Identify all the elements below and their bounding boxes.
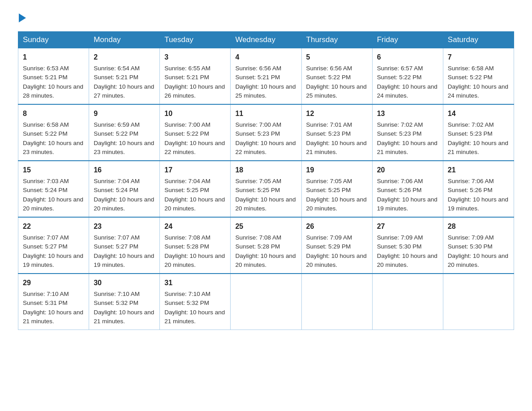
- weekday-header-saturday: Saturday: [443, 32, 514, 48]
- sunrise-text: Sunrise: 6:53 AM: [23, 65, 69, 72]
- sunset-text: Sunset: 5:27 PM: [23, 243, 68, 250]
- day-number: 21: [448, 165, 509, 176]
- daylight-text: Daylight: 10 hours and 20 minutes.: [306, 253, 367, 268]
- calendar-cell: 8Sunrise: 6:58 AMSunset: 5:22 PMDaylight…: [18, 104, 89, 161]
- calendar-cell: 3Sunrise: 6:55 AMSunset: 5:21 PMDaylight…: [160, 48, 231, 105]
- day-number: 27: [377, 221, 438, 232]
- daylight-text: Daylight: 10 hours and 20 minutes.: [235, 253, 296, 268]
- daylight-text: Daylight: 10 hours and 22 minutes.: [164, 140, 225, 155]
- calendar-cell: 22Sunrise: 7:07 AMSunset: 5:27 PMDayligh…: [18, 217, 89, 274]
- calendar-cell: 31Sunrise: 7:10 AMSunset: 5:32 PMDayligh…: [160, 274, 231, 330]
- sunset-text: Sunset: 5:26 PM: [377, 187, 422, 193]
- sunset-text: Sunset: 5:24 PM: [94, 187, 138, 193]
- sunset-text: Sunset: 5:23 PM: [306, 130, 351, 137]
- sunset-text: Sunset: 5:22 PM: [306, 74, 351, 81]
- calendar-cell: [231, 274, 301, 330]
- sunset-text: Sunset: 5:28 PM: [164, 243, 209, 250]
- daylight-text: Daylight: 10 hours and 22 minutes.: [235, 140, 296, 155]
- calendar-cell: 17Sunrise: 7:04 AMSunset: 5:25 PMDayligh…: [160, 161, 231, 217]
- day-number: 26: [306, 221, 368, 232]
- daylight-text: Daylight: 10 hours and 19 minutes.: [23, 253, 83, 268]
- sunrise-text: Sunrise: 7:05 AM: [235, 178, 281, 184]
- daylight-text: Daylight: 10 hours and 25 minutes.: [306, 83, 367, 99]
- calendar-cell: 13Sunrise: 7:02 AMSunset: 5:23 PMDayligh…: [372, 104, 443, 161]
- day-number: 29: [23, 278, 84, 288]
- weekday-header-tuesday: Tuesday: [160, 32, 231, 48]
- daylight-text: Daylight: 10 hours and 21 minutes.: [377, 140, 438, 155]
- weekday-header-sunday: Sunday: [18, 32, 89, 48]
- day-number: 6: [377, 52, 438, 63]
- daylight-text: Daylight: 10 hours and 23 minutes.: [23, 140, 83, 155]
- calendar-week-row: 29Sunrise: 7:10 AMSunset: 5:31 PMDayligh…: [18, 274, 514, 330]
- calendar-cell: 23Sunrise: 7:07 AMSunset: 5:27 PMDayligh…: [89, 217, 160, 274]
- sunrise-text: Sunrise: 7:09 AM: [377, 234, 423, 241]
- sunrise-text: Sunrise: 6:57 AM: [377, 65, 423, 72]
- calendar-cell: 14Sunrise: 7:02 AMSunset: 5:23 PMDayligh…: [443, 104, 514, 161]
- daylight-text: Daylight: 10 hours and 23 minutes.: [94, 140, 154, 155]
- sunset-text: Sunset: 5:26 PM: [448, 187, 493, 193]
- sunset-text: Sunset: 5:27 PM: [94, 243, 138, 250]
- sunset-text: Sunset: 5:21 PM: [235, 74, 280, 81]
- day-number: 28: [448, 221, 509, 232]
- sunrise-text: Sunrise: 7:01 AM: [306, 121, 352, 128]
- calendar-cell: [301, 274, 372, 330]
- day-number: 31: [164, 278, 226, 288]
- sunrise-text: Sunrise: 6:58 AM: [448, 65, 494, 72]
- calendar-cell: 27Sunrise: 7:09 AMSunset: 5:30 PMDayligh…: [372, 217, 443, 274]
- calendar-cell: 10Sunrise: 7:00 AMSunset: 5:22 PMDayligh…: [160, 104, 231, 161]
- sunset-text: Sunset: 5:30 PM: [448, 243, 493, 250]
- sunset-text: Sunset: 5:21 PM: [164, 74, 209, 81]
- sunset-text: Sunset: 5:23 PM: [448, 130, 493, 137]
- sunrise-text: Sunrise: 7:04 AM: [164, 178, 210, 184]
- calendar-cell: 15Sunrise: 7:03 AMSunset: 5:24 PMDayligh…: [18, 161, 89, 217]
- day-number: 1: [23, 52, 84, 63]
- sunset-text: Sunset: 5:22 PM: [164, 130, 209, 137]
- calendar-cell: 20Sunrise: 7:06 AMSunset: 5:26 PMDayligh…: [372, 161, 443, 217]
- calendar-cell: 21Sunrise: 7:06 AMSunset: 5:26 PMDayligh…: [443, 161, 514, 217]
- daylight-text: Daylight: 10 hours and 19 minutes.: [448, 196, 508, 212]
- day-number: 4: [235, 52, 296, 63]
- daylight-text: Daylight: 10 hours and 21 minutes.: [23, 309, 83, 325]
- daylight-text: Daylight: 10 hours and 20 minutes.: [306, 196, 367, 212]
- sunrise-text: Sunrise: 7:10 AM: [94, 291, 140, 297]
- sunset-text: Sunset: 5:24 PM: [23, 187, 68, 193]
- day-number: 11: [235, 108, 296, 119]
- sunrise-text: Sunrise: 7:04 AM: [94, 178, 140, 184]
- sunset-text: Sunset: 5:22 PM: [23, 130, 68, 137]
- sunrise-text: Sunrise: 7:02 AM: [448, 121, 494, 128]
- calendar-week-row: 15Sunrise: 7:03 AMSunset: 5:24 PMDayligh…: [18, 161, 514, 217]
- calendar-week-row: 8Sunrise: 6:58 AMSunset: 5:22 PMDaylight…: [18, 104, 514, 161]
- daylight-text: Daylight: 10 hours and 24 minutes.: [448, 83, 508, 99]
- sunset-text: Sunset: 5:32 PM: [94, 300, 138, 306]
- sunrise-text: Sunrise: 7:09 AM: [306, 234, 352, 241]
- calendar-cell: [372, 274, 443, 330]
- daylight-text: Daylight: 10 hours and 20 minutes.: [164, 253, 225, 268]
- day-number: 25: [235, 221, 296, 232]
- sunset-text: Sunset: 5:25 PM: [235, 187, 280, 193]
- daylight-text: Daylight: 10 hours and 26 minutes.: [164, 83, 225, 99]
- calendar-cell: 16Sunrise: 7:04 AMSunset: 5:24 PMDayligh…: [89, 161, 160, 217]
- day-number: 13: [377, 108, 438, 119]
- daylight-text: Daylight: 10 hours and 20 minutes.: [448, 253, 508, 268]
- calendar-cell: 29Sunrise: 7:10 AMSunset: 5:31 PMDayligh…: [18, 274, 89, 330]
- sunrise-text: Sunrise: 6:56 AM: [306, 65, 352, 72]
- sunrise-text: Sunrise: 7:06 AM: [448, 178, 494, 184]
- sunset-text: Sunset: 5:29 PM: [306, 243, 351, 250]
- day-number: 18: [235, 165, 296, 176]
- sunrise-text: Sunrise: 7:02 AM: [377, 121, 423, 128]
- sunset-text: Sunset: 5:23 PM: [235, 130, 280, 137]
- weekday-header-friday: Friday: [372, 32, 443, 48]
- sunrise-text: Sunrise: 7:06 AM: [377, 178, 423, 184]
- daylight-text: Daylight: 10 hours and 20 minutes.: [377, 253, 438, 268]
- sunset-text: Sunset: 5:25 PM: [306, 187, 351, 193]
- sunrise-text: Sunrise: 7:08 AM: [164, 234, 210, 241]
- calendar-cell: 26Sunrise: 7:09 AMSunset: 5:29 PMDayligh…: [301, 217, 372, 274]
- day-number: 8: [23, 108, 84, 119]
- calendar-week-row: 1Sunrise: 6:53 AMSunset: 5:21 PMDaylight…: [18, 48, 514, 105]
- day-number: 15: [23, 165, 84, 176]
- sunrise-text: Sunrise: 7:08 AM: [235, 234, 281, 241]
- day-number: 12: [306, 108, 368, 119]
- logo: [18, 13, 27, 22]
- calendar-cell: 5Sunrise: 6:56 AMSunset: 5:22 PMDaylight…: [301, 48, 372, 105]
- sunrise-text: Sunrise: 7:09 AM: [448, 234, 494, 241]
